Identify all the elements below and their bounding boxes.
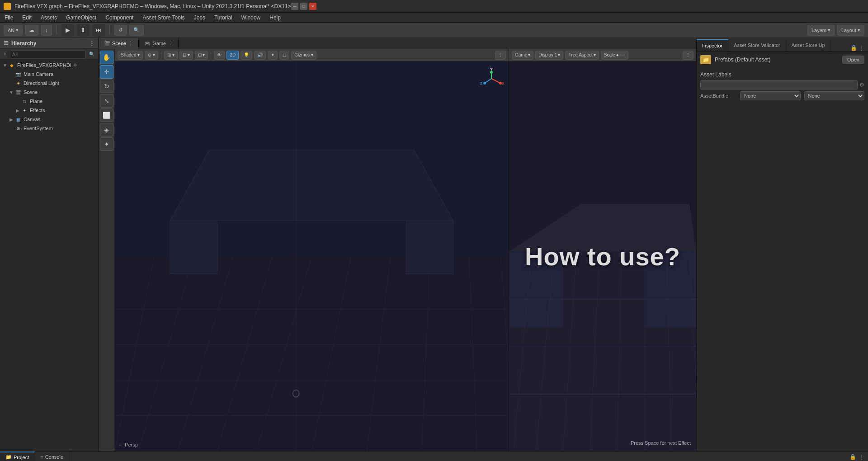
- menu-edit[interactable]: Edit: [18, 13, 36, 22]
- scene-area: ✋ ✛ ↻ ⤡ ⬜ ◈ ✦ Shaded ▾ ⊕ ▾ ⊞ ▾ ⊟ ▾ ⊡ ▾: [99, 49, 696, 451]
- game-tab-icon: 🎮: [144, 41, 151, 47]
- pivot-btn[interactable]: ⊞ ▾: [164, 51, 178, 60]
- tab-console[interactable]: ≡ Console: [35, 452, 69, 461]
- list-item[interactable]: ⚙ EventSystem: [0, 124, 98, 133]
- tab-inspector[interactable]: Inspector: [697, 39, 728, 51]
- asset-labels-section: Asset Labels ⚙ AssetBundle None None: [700, 71, 864, 100]
- collab-button[interactable]: ↕: [41, 25, 52, 36]
- shading-dropdown[interactable]: Shaded ▾: [118, 51, 143, 60]
- 2d-btn[interactable]: 2D: [226, 51, 239, 60]
- open-button[interactable]: Open: [842, 56, 864, 64]
- bottom-menu-icon[interactable]: ⋮: [859, 454, 864, 460]
- close-button[interactable]: ✕: [309, 3, 316, 10]
- pause-button[interactable]: ⏸: [77, 24, 90, 37]
- title-text: FireFlies VFX graph – FireFlies_VFXGRAPH…: [14, 3, 291, 9]
- audio-btn[interactable]: 🔊: [254, 51, 266, 60]
- tab-asset-store-up[interactable]: Asset Store Up: [786, 39, 831, 51]
- scene-tab-menu[interactable]: ⋮: [128, 41, 133, 47]
- undo-button[interactable]: ↺: [114, 25, 127, 36]
- account-button[interactable]: AN ▾: [4, 25, 23, 36]
- scene-options-btn[interactable]: ⋮: [495, 51, 506, 60]
- asset-store-up-label: Asset Store Up: [792, 42, 825, 48]
- asset-labels-title: Asset Labels: [700, 71, 864, 78]
- search-button[interactable]: 🔍: [129, 25, 144, 36]
- custom-tool[interactable]: ✦: [100, 137, 113, 151]
- rotate-tool[interactable]: ↻: [100, 80, 113, 93]
- asset-labels-input[interactable]: [700, 80, 858, 89]
- tab-scene[interactable]: 🎬 Scene ⋮: [99, 38, 139, 49]
- hierarchy-search-icon[interactable]: 🔍: [87, 51, 96, 57]
- expand-icon: ▼: [2, 63, 8, 68]
- list-item[interactable]: □ Plane: [0, 97, 98, 106]
- bottom-area: 📁 Project ≡ Console 🔒 ⋮ + ▲ ▼ 📁 Assets: [0, 451, 868, 461]
- aspect-label: Free Aspect: [568, 52, 592, 57]
- lock-icon[interactable]: 🔒: [850, 45, 857, 51]
- lock-icon-2[interactable]: 🔒: [849, 454, 856, 460]
- menu-gameobject[interactable]: GameObject: [61, 13, 101, 22]
- asset-bundle-select-1[interactable]: None: [740, 91, 801, 100]
- maximize-button[interactable]: □: [300, 3, 307, 10]
- light-icon: ☀: [14, 80, 22, 87]
- menu-file[interactable]: File: [0, 13, 18, 22]
- play-button[interactable]: ▶: [61, 24, 74, 37]
- hierarchy-search[interactable]: [10, 50, 85, 58]
- svg-text:X: X: [502, 81, 505, 85]
- hier-settings-icon[interactable]: ⚙: [73, 63, 77, 67]
- eventsystem-icon: ⚙: [14, 125, 22, 132]
- display-btn[interactable]: Display 1 ▾: [535, 51, 563, 60]
- tab-project[interactable]: 📁 Project: [0, 452, 35, 461]
- tab-game[interactable]: 🎮 Game ⋮: [139, 38, 179, 49]
- hierarchy-title: Hierarchy: [11, 40, 36, 47]
- menu-assets[interactable]: Assets: [36, 13, 61, 22]
- hierarchy-add-button[interactable]: +: [2, 51, 8, 57]
- asset-bundle-select-2[interactable]: None: [804, 91, 865, 100]
- menu-component[interactable]: Component: [101, 13, 138, 22]
- step-button[interactable]: ⏭: [92, 24, 105, 37]
- list-item[interactable]: ▼ ◆ FireFlies_VFXGRAPHDI ⚙: [0, 61, 98, 70]
- cloud-button[interactable]: ☁: [25, 25, 38, 36]
- window-controls[interactable]: ─ □ ✕: [291, 3, 316, 10]
- inspector-tab-label: Inspector: [702, 43, 722, 48]
- scale-btn[interactable]: Scale ●──: [601, 51, 628, 60]
- snap-btn[interactable]: ⊡ ▾: [195, 51, 208, 60]
- rect-tool[interactable]: ⬜: [100, 108, 113, 122]
- list-item[interactable]: 📷 Main Camera: [0, 70, 98, 79]
- expand-icon: ▼: [8, 90, 14, 95]
- menu-jobs[interactable]: Jobs: [189, 13, 210, 22]
- fx-btn[interactable]: ✦: [268, 51, 278, 60]
- view-dropdown[interactable]: ⊕ ▾: [145, 51, 158, 60]
- list-item[interactable]: ▼ 🎬 Scene: [0, 88, 98, 97]
- asset-labels-icon[interactable]: ⚙: [859, 82, 864, 88]
- hand-tool[interactable]: ✋: [100, 51, 113, 64]
- aspect-btn[interactable]: Free Aspect ▾: [565, 51, 599, 60]
- menu-assetstore[interactable]: Asset Store Tools: [138, 13, 189, 22]
- layers-button[interactable]: Layers ▾: [807, 25, 835, 36]
- canvas-icon: ▦: [14, 116, 22, 123]
- gizmos-btn[interactable]: Gizmos ▾: [291, 51, 316, 60]
- toolbar-separator-2: [109, 26, 110, 35]
- list-item[interactable]: ☀ Directional Light: [0, 79, 98, 88]
- game-options-btn[interactable]: ⋮: [683, 51, 693, 60]
- game-label-btn[interactable]: Game ▾: [512, 51, 533, 60]
- visibility-btn[interactable]: 👁: [214, 51, 225, 60]
- menu-window[interactable]: Window: [237, 13, 265, 22]
- hierarchy-menu-icon[interactable]: ⋮: [89, 40, 94, 47]
- grid-btn[interactable]: ⊟ ▾: [179, 51, 193, 60]
- menu-help[interactable]: Help: [265, 13, 285, 22]
- scale-tool[interactable]: ⤡: [100, 94, 113, 108]
- menu-tutorial[interactable]: Tutorial: [210, 13, 237, 22]
- hidden-btn[interactable]: ◻: [279, 51, 289, 60]
- list-item[interactable]: ▶ ▦ Canvas: [0, 115, 98, 124]
- light-btn[interactable]: 💡: [241, 51, 252, 60]
- layout-button[interactable]: Layout ▾: [837, 25, 864, 36]
- game-overlay: How to use?: [509, 61, 696, 451]
- inspector-menu-icon[interactable]: ⋮: [859, 45, 864, 51]
- hier-label: Directional Light: [24, 80, 59, 86]
- minimize-button[interactable]: ─: [291, 3, 298, 10]
- scene-viewport: Y X Z ← Persp: [115, 61, 509, 451]
- list-item[interactable]: ▶ ✦ Effects: [0, 106, 98, 115]
- game-tab-menu[interactable]: ⋮: [168, 41, 173, 47]
- tab-asset-store-validator[interactable]: Asset Store Validator: [728, 39, 786, 51]
- move-tool[interactable]: ✛: [100, 65, 113, 79]
- transform-tool[interactable]: ◈: [100, 123, 113, 136]
